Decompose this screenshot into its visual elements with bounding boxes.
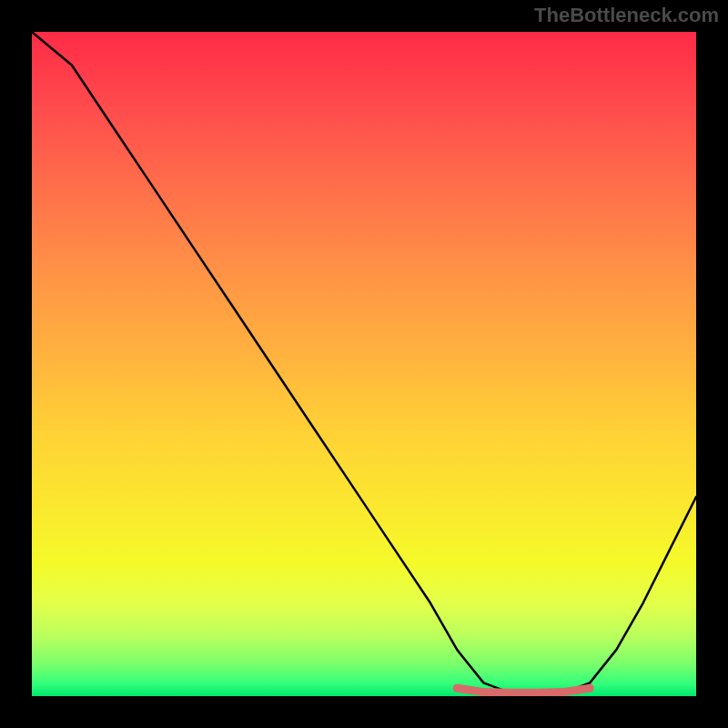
chart-svg (32, 32, 696, 696)
bottleneck-curve-line (32, 32, 696, 693)
bottleneck-highlight-line (457, 688, 590, 693)
watermark-text: TheBottleneck.com (534, 4, 719, 27)
chart-plot-area (32, 32, 696, 696)
